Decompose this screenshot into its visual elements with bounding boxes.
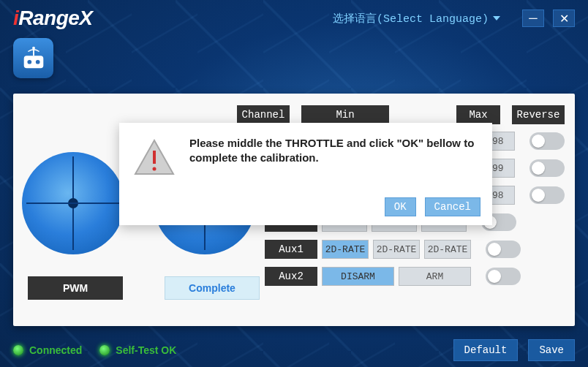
table-row: Aux2 DISARM ARM xyxy=(265,265,565,287)
aux-option[interactable]: 2D-RATE xyxy=(424,240,471,259)
table-row: Aux1 2D-RATE 2D-RATE 2D-RATE xyxy=(265,238,565,260)
dialog-message: Please middle the THROTTLE and click "OK… xyxy=(189,136,479,180)
reverse-toggle[interactable] xyxy=(529,186,565,204)
aux-option[interactable]: 2D-RATE xyxy=(322,240,369,259)
left-stick[interactable] xyxy=(22,152,124,254)
svg-point-1 xyxy=(27,59,31,64)
svg-rect-0 xyxy=(23,56,43,68)
col-min: Min xyxy=(301,105,389,124)
aux-option[interactable]: DISARM xyxy=(322,267,394,286)
svg-point-7 xyxy=(153,167,157,171)
warning-icon xyxy=(132,136,176,180)
col-channel: Channel xyxy=(237,105,290,124)
ok-button[interactable]: OK xyxy=(385,197,416,216)
chevron-down-icon xyxy=(493,16,500,20)
complete-button[interactable]: Complete xyxy=(165,276,260,300)
reverse-toggle[interactable] xyxy=(486,241,521,258)
reverse-toggle[interactable] xyxy=(486,268,521,285)
svg-point-2 xyxy=(35,59,39,64)
calibration-dialog: Please middle the THROTTLE and click "OK… xyxy=(119,123,492,225)
reverse-toggle[interactable] xyxy=(529,132,565,150)
col-max: Max xyxy=(456,105,500,124)
language-label: 选择语言(Select Language) xyxy=(333,12,489,26)
status-connected: Connected xyxy=(13,344,82,356)
pwm-label: PWM xyxy=(28,276,123,300)
reverse-toggle[interactable] xyxy=(529,159,565,177)
cancel-button[interactable]: Cancel xyxy=(425,197,480,216)
col-reverse: Reverse xyxy=(512,105,565,124)
main-panel: Channel Min Max Reverse 1998 1999 1998 R… xyxy=(13,94,575,326)
app-mode-icon[interactable] xyxy=(13,38,53,78)
radio-controller-icon xyxy=(20,45,48,72)
app-logo: iRangeX xyxy=(13,7,93,30)
minimize-button[interactable]: ─ xyxy=(522,10,544,27)
led-icon xyxy=(99,345,110,355)
close-button[interactable]: ✕ xyxy=(553,10,575,27)
language-selector[interactable]: 选择语言(Select Language) xyxy=(333,12,500,26)
aux-option[interactable]: ARM xyxy=(399,267,471,286)
led-icon xyxy=(13,345,23,355)
default-button[interactable]: Default xyxy=(453,339,519,361)
save-button[interactable]: Save xyxy=(528,339,575,361)
status-selftest: Self-Test OK xyxy=(99,344,176,356)
aux-option[interactable]: 2D-RATE xyxy=(373,240,420,259)
